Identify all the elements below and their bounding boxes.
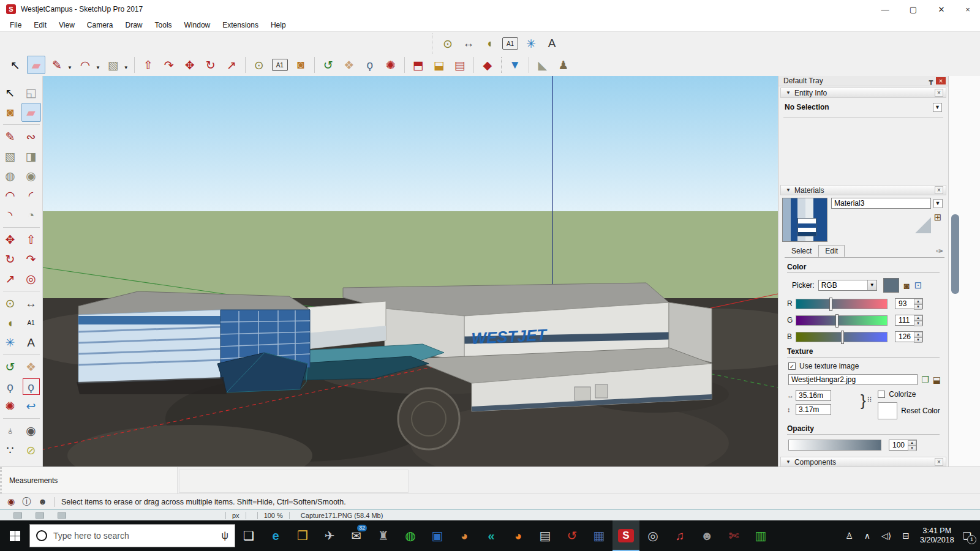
material-name-input[interactable] — [831, 198, 931, 209]
slider-thumb[interactable] — [835, 314, 839, 328]
sample-paint-eyedropper-icon[interactable]: ✑ — [936, 246, 943, 256]
line-icon[interactable]: ✎ — [48, 56, 66, 74]
close-button[interactable]: ✕ — [927, 0, 956, 18]
taskbar-file-explorer-icon[interactable]: ❒ — [289, 520, 316, 551]
opacity-slider[interactable] — [788, 440, 881, 451]
spin-down-icon[interactable]: ▼ — [914, 337, 922, 343]
rectangle-icon[interactable]: ▧ — [104, 56, 123, 74]
taskbar-sketchup-icon[interactable]: S — [612, 520, 639, 551]
dimension-icon[interactable]: ↔ — [21, 294, 41, 313]
share-model-icon[interactable]: ⬓ — [430, 56, 448, 74]
chevron-down-icon[interactable]: ▼ — [867, 280, 876, 290]
pan-icon[interactable]: ❖ — [340, 56, 358, 74]
background-scrollbar-thumb[interactable] — [951, 214, 959, 294]
zoom-extents-icon[interactable]: ✺ — [1, 397, 20, 416]
menu-tools[interactable]: Tools — [149, 19, 178, 31]
geo-location-icon[interactable]: ◉ — [7, 497, 15, 506]
taskbar-photos-app-icon[interactable]: ▦ — [586, 520, 612, 551]
menu-edit[interactable]: Edit — [28, 19, 53, 31]
browse-folder-icon[interactable]: ❒ — [921, 375, 929, 384]
zoom-icon[interactable]: ϙ — [1, 377, 20, 396]
minimize-button[interactable]: — — [871, 0, 899, 18]
texture-filename-input[interactable] — [788, 374, 918, 385]
taskbar-dark-app-icon[interactable]: ♜ — [370, 520, 397, 551]
microphone-icon[interactable]: ψ — [222, 530, 228, 541]
taskbar-edge-icon[interactable]: e — [262, 520, 289, 551]
look-around-icon[interactable]: ◉ — [21, 421, 41, 440]
axes-icon[interactable]: ✳ — [1, 333, 20, 352]
channel-slider-b[interactable] — [796, 332, 888, 342]
taskbar-itunes-icon[interactable]: ♫ — [666, 520, 693, 551]
entity-info-header[interactable]: ▼ Entity Info × — [780, 88, 946, 98]
spin-down-icon[interactable]: ▼ — [908, 446, 916, 451]
zoom-icon[interactable]: ϙ — [361, 56, 379, 74]
opacity-spinner[interactable]: 100 ▲▼ — [889, 440, 917, 451]
menu-extensions[interactable]: Extensions — [216, 19, 265, 31]
collapse-triangle-icon[interactable]: ▼ — [786, 90, 791, 96]
circle-icon[interactable]: ◍ — [1, 167, 20, 186]
channel-spinner-r[interactable]: 93▲▼ — [895, 298, 923, 309]
spin-up-icon[interactable]: ▲ — [914, 315, 922, 321]
spin-up-icon[interactable]: ▲ — [914, 332, 922, 337]
pie-icon[interactable]: ◔ — [21, 206, 41, 225]
walk-icon[interactable]: ∵ — [1, 441, 20, 460]
axes-icon[interactable]: ✳ — [522, 34, 540, 53]
protractor-icon[interactable]: ◖ — [1, 313, 20, 332]
arc-icon[interactable]: ◠ — [1, 186, 20, 205]
eraser-icon[interactable]: ▰ — [27, 56, 45, 74]
spin-down-icon[interactable]: ▼ — [914, 321, 922, 326]
use-texture-checkbox[interactable]: ✓ — [788, 362, 796, 370]
measurements-value-box[interactable] — [179, 470, 409, 493]
collapse-triangle-icon[interactable]: ▼ — [786, 187, 791, 193]
line-icon[interactable]: ✎ — [1, 127, 20, 146]
position-camera-icon[interactable]: ♁ — [1, 421, 20, 440]
taskbar-gimp-icon[interactable]: ☻ — [693, 520, 720, 551]
spin-up-icon[interactable]: ▲ — [908, 440, 916, 446]
move-icon[interactable]: ✥ — [1, 230, 20, 249]
menu-help[interactable]: Help — [265, 19, 292, 31]
entity-info-close-icon[interactable]: × — [935, 89, 943, 97]
aspect-lock-chain-icon[interactable]: ⁝⁝ — [867, 395, 872, 419]
sign-in-icon[interactable]: ☻ — [38, 497, 47, 506]
background-window-close-button[interactable]: × — [956, 0, 980, 18]
orbit-icon[interactable]: ↺ — [1, 358, 20, 377]
zoom-window-icon[interactable]: ϙ — [21, 377, 41, 396]
menu-view[interactable]: View — [53, 19, 81, 31]
taskbar-clock[interactable]: 3:41 PM 3/20/2018 — [920, 527, 954, 545]
taskbar-firefox-icon[interactable]: ◕ — [505, 520, 532, 551]
colorize-checkbox[interactable] — [878, 391, 885, 398]
taskbar-disc-app-icon[interactable]: ◎ — [639, 520, 666, 551]
model-viewport[interactable]: WESTJET — [43, 76, 778, 467]
reset-color-swatch[interactable] — [878, 402, 897, 419]
channel-slider-r[interactable] — [796, 299, 888, 309]
text-icon[interactable]: A1 — [272, 59, 288, 71]
chevron-up-icon[interactable]: ∧ — [864, 531, 870, 541]
tray-title-bar[interactable]: Default Tray ┳ × — [778, 76, 948, 86]
picker-dropdown[interactable]: RGB ▼ — [818, 280, 877, 291]
follow-me-icon[interactable]: ↷ — [21, 250, 41, 269]
arc-dropdown-caret-icon[interactable]: ▼ — [96, 65, 100, 70]
move-icon[interactable]: ✥ — [181, 56, 199, 74]
make-component-icon[interactable]: ◱ — [21, 83, 41, 102]
taskbar-scissors-app-icon[interactable]: ✄ — [720, 520, 747, 551]
scale-icon[interactable]: ↗ — [222, 56, 241, 74]
spin-down-icon[interactable]: ▼ — [914, 304, 922, 310]
three-point-arc-icon[interactable]: ◝ — [1, 206, 20, 225]
protractor-icon[interactable]: ◖ — [480, 34, 499, 53]
match-object-color-icon[interactable]: ◙ — [904, 280, 910, 291]
tray-close-icon[interactable]: × — [936, 77, 946, 84]
paint-bucket-icon[interactable]: ◙ — [292, 56, 310, 74]
action-center-icon[interactable]: ❏ 1 — [963, 530, 971, 542]
push-pull-icon[interactable]: ⇧ — [139, 56, 157, 74]
style-builder-icon[interactable]: ◆ — [478, 56, 497, 74]
texture-width-input[interactable] — [796, 390, 831, 401]
rotate-icon[interactable]: ↻ — [1, 250, 20, 269]
materials-header[interactable]: ▼ Materials × — [780, 185, 946, 195]
taskbar-chrome-icon[interactable]: ◕ — [451, 520, 478, 551]
add-location-icon[interactable]: ▼ — [506, 56, 524, 74]
taskbar-search-input[interactable]: Type here to search ψ — [29, 524, 235, 547]
follow-me-icon[interactable]: ↷ — [160, 56, 178, 74]
taskbar-office-app-icon[interactable]: ▣ — [424, 520, 451, 551]
menu-draw[interactable]: Draw — [119, 19, 149, 31]
offset-icon[interactable]: ◎ — [21, 269, 41, 288]
